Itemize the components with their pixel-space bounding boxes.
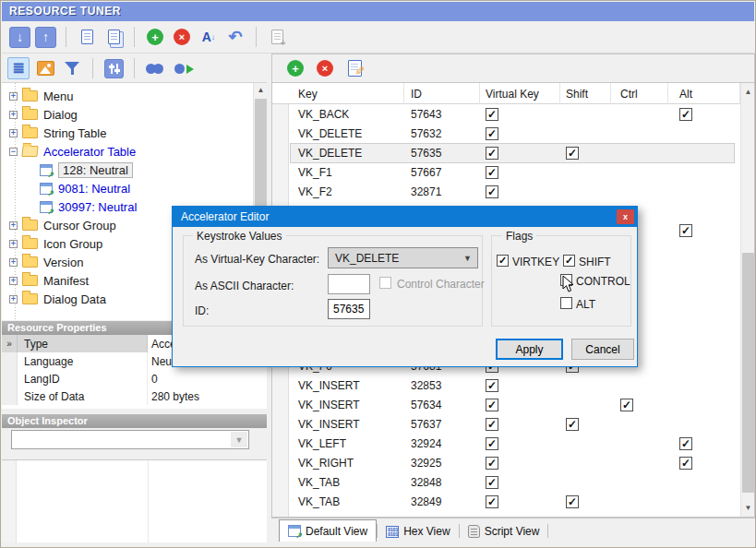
tree-subitem[interactable]: 128: Neutral	[2, 161, 267, 179]
column-header-id[interactable]: ID	[404, 83, 480, 104]
down-arrow-icon[interactable]: ↓	[9, 27, 30, 48]
table-row[interactable]: VK_INSERT57637✓✓	[272, 414, 754, 434]
alt-checkbox[interactable]: ✓	[679, 457, 692, 470]
add-resource-icon[interactable]	[266, 26, 288, 48]
shift-cell	[560, 104, 611, 124]
column-header-alt[interactable]: Alt	[668, 83, 740, 104]
table-scrollbar[interactable]: ▲ ▼	[740, 83, 754, 517]
id-text: 57637	[411, 418, 441, 431]
alt-cell	[668, 298, 740, 317]
virtual-key-checkbox[interactable]: ✓	[486, 399, 498, 411]
table-row[interactable]: VK_RIGHT32925✓✓	[272, 453, 754, 472]
property-row[interactable]: LangID0	[2, 370, 267, 387]
delete-icon[interactable]: ×	[171, 26, 193, 48]
expand-toggle-icon[interactable]: +	[9, 295, 18, 304]
expand-toggle-icon[interactable]: +	[9, 277, 18, 285]
table-row[interactable]: VK_F232871✓	[272, 182, 754, 201]
virtual-key-checkbox[interactable]: ✓	[486, 185, 498, 198]
alt-checkbox[interactable]: ✓	[679, 437, 692, 450]
virtual-key-checkbox[interactable]: ✓	[486, 127, 498, 140]
column-header-virtual-key[interactable]: Virtual Key	[480, 83, 560, 104]
scroll-up-icon[interactable]: ▲	[741, 85, 755, 99]
alt-flag-checkbox[interactable]	[560, 297, 572, 309]
shift-checkbox[interactable]: ✓	[566, 495, 579, 508]
apply-button[interactable]: Apply	[496, 339, 563, 360]
image-view-icon[interactable]	[34, 57, 56, 79]
virtual-key-checkbox[interactable]: ✓	[486, 379, 498, 392]
tree-item[interactable]: +Dialog	[2, 105, 267, 124]
virtual-key-checkbox[interactable]: ✓	[486, 495, 498, 508]
expand-toggle-icon[interactable]: +	[9, 92, 18, 101]
copy-icon[interactable]	[76, 26, 98, 48]
ascii-input[interactable]	[328, 274, 370, 294]
virtual-key-combo[interactable]: VK_DELETE ▼	[328, 247, 478, 268]
virtual-key-checkbox[interactable]: ✓	[486, 457, 498, 470]
expand-toggle-icon[interactable]: +	[9, 240, 18, 248]
table-row[interactable]: VK_TAB32849✓✓	[272, 492, 754, 511]
alt-checkbox[interactable]: ✓	[679, 224, 692, 237]
table-row[interactable]: VK_INSERT57634✓✓	[272, 395, 754, 414]
shift-checkbox[interactable]: ✓	[566, 418, 579, 431]
column-header-key[interactable]: Key	[289, 83, 404, 104]
table-row[interactable]: VK_DELETE57632✓	[272, 124, 754, 143]
copy-multiple-icon[interactable]	[102, 26, 125, 48]
key-cell: VK_RIGHT	[289, 453, 404, 472]
table-row[interactable]: VK_LEFT32924✓✓	[272, 434, 754, 453]
id-input[interactable]	[328, 299, 370, 319]
dialog-titlebar[interactable]: Accelerator Editor	[173, 207, 637, 227]
property-row[interactable]: Size of Data280 bytes	[2, 387, 267, 405]
ctrl-checkbox[interactable]: ✓	[620, 399, 633, 411]
column-header-shift[interactable]: Shift	[560, 83, 611, 104]
expand-toggle-icon[interactable]: −	[9, 148, 18, 156]
scroll-up-icon[interactable]: ▲	[254, 83, 267, 97]
alt-checkbox[interactable]: ✓	[679, 108, 692, 121]
undo-icon[interactable]: ↶	[224, 26, 246, 48]
chevron-down-icon[interactable]: ▼	[231, 432, 247, 447]
tab-hex-view[interactable]: Hex View	[378, 521, 458, 542]
edit-item-icon[interactable]	[343, 57, 366, 79]
delete-item-icon[interactable]: ×	[314, 57, 336, 79]
up-arrow-icon[interactable]: ↑	[35, 27, 56, 48]
column-header-ctrl[interactable]: Ctrl	[611, 83, 668, 104]
find-next-icon[interactable]	[171, 57, 193, 79]
table-row[interactable]: VK_INSERT32853✓	[272, 375, 754, 395]
virtual-key-checkbox[interactable]: ✓	[486, 418, 498, 431]
virtual-key-checkbox[interactable]: ✓	[486, 437, 498, 450]
table-row[interactable]: VK_DELETE57635✓✓	[272, 143, 754, 162]
tab-script-view[interactable]: Script View	[460, 521, 548, 542]
shift-flag-checkbox[interactable]: ✓	[563, 255, 575, 267]
tree-item[interactable]: −Accelerator Table	[2, 142, 267, 161]
add-icon[interactable]: +	[144, 26, 166, 48]
expand-toggle-icon[interactable]: +	[9, 221, 18, 230]
expand-toggle-icon[interactable]: +	[9, 129, 18, 137]
scrollbar-thumb[interactable]	[742, 253, 754, 493]
scroll-down-icon[interactable]: ▼	[741, 501, 755, 515]
tab-default-view[interactable]: Default View	[279, 519, 377, 542]
virtual-key-checkbox[interactable]: ✓	[486, 147, 498, 160]
virtual-key-checkbox[interactable]: ✓	[486, 108, 498, 121]
table-row[interactable]: VK_TAB32848✓	[272, 472, 754, 492]
expand-toggle-icon[interactable]: +	[9, 258, 18, 267]
tree-view-icon[interactable]: ≣	[7, 57, 30, 79]
object-inspector-combo[interactable]: ▼	[11, 430, 249, 449]
shift-checkbox[interactable]: ✓	[566, 147, 579, 160]
filter-icon[interactable]	[61, 57, 83, 79]
add-item-icon[interactable]: +	[284, 57, 306, 79]
rename-icon[interactable]: A↓	[198, 26, 220, 48]
find-icon[interactable]	[144, 57, 166, 79]
virtual-key-checkbox[interactable]: ✓	[486, 476, 498, 489]
tree-subitem[interactable]: 9081: Neutral	[2, 179, 267, 197]
virtkey-flag-checkbox[interactable]: ✓	[497, 255, 509, 267]
control-character-checkbox[interactable]	[379, 277, 391, 289]
table-row[interactable]: VK_F157667✓	[272, 162, 754, 182]
titlebar[interactable]: RESOURCE TUNER	[2, 2, 754, 21]
tree-item[interactable]: +Menu	[2, 87, 267, 105]
table-row[interactable]: VK_BACK57643✓✓	[272, 104, 754, 124]
options-icon[interactable]	[102, 57, 125, 79]
virtual-key-checkbox[interactable]: ✓	[486, 166, 498, 179]
shift-cell	[560, 182, 611, 201]
cancel-button[interactable]: Cancel	[571, 339, 634, 360]
tree-item[interactable]: +String Table	[2, 124, 267, 142]
expand-toggle-icon[interactable]: +	[9, 111, 18, 119]
close-icon[interactable]: x	[617, 209, 634, 224]
